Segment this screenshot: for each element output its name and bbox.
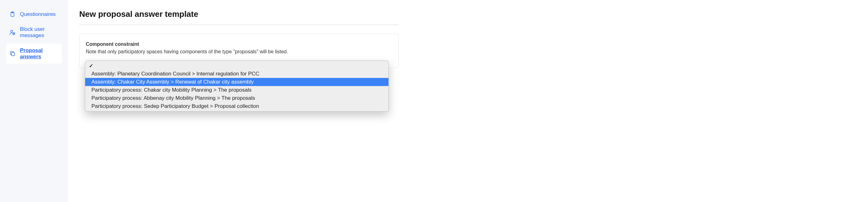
copy-icon xyxy=(9,50,16,57)
dropdown-option[interactable]: Assembly: Chakar City Assembly > Renewal… xyxy=(85,78,389,86)
sidebar-item-label: Proposal answers xyxy=(20,47,59,60)
dropdown-option[interactable]: Assembly: Planetary Coordination Council… xyxy=(85,70,389,78)
check-icon: ✓ xyxy=(89,63,93,69)
dropdown-option[interactable]: Participatory process: Sedep Participato… xyxy=(85,102,389,110)
sidebar-item-label: Questionnaires xyxy=(20,11,56,18)
component-constraint-dropdown[interactable]: ✓ Assembly: Planetary Coordination Counc… xyxy=(85,61,389,111)
sidebar-item-questionnaires[interactable]: Questionnaires xyxy=(6,7,62,21)
svg-point-2 xyxy=(10,30,13,32)
dropdown-option[interactable]: Participatory process: Chakar city Mobil… xyxy=(85,86,389,94)
dropdown-option[interactable]: Participatory process: Abbenay city Mobi… xyxy=(85,94,389,102)
dropdown-option-label: Participatory process: Abbenay city Mobi… xyxy=(91,95,255,101)
sidebar: Questionnaires Block user messages Pro xyxy=(0,0,68,202)
dropdown-option-label: Assembly: Planetary Coordination Council… xyxy=(91,71,259,77)
component-constraint-note: Note that only participatory spaces havi… xyxy=(86,49,392,55)
right-space xyxy=(479,0,868,202)
dropdown-option-label: Participatory process: Sedep Participato… xyxy=(91,103,259,109)
component-constraint-label: Component constraint xyxy=(86,41,392,47)
clipboard-icon xyxy=(9,11,16,18)
dropdown-option-label: Participatory process: Chakar city Mobil… xyxy=(91,87,251,93)
svg-rect-5 xyxy=(11,53,15,56)
sidebar-item-proposal-answers[interactable]: Proposal answers xyxy=(6,44,62,64)
dropdown-option-empty[interactable]: ✓ xyxy=(85,62,389,70)
user-block-icon xyxy=(9,29,16,36)
sidebar-item-block-user-messages[interactable]: Block user messages xyxy=(6,23,62,42)
page-title: New proposal answer template xyxy=(79,9,399,25)
sidebar-item-label: Block user messages xyxy=(20,26,59,39)
svg-line-4 xyxy=(13,33,15,35)
dropdown-option-label: Assembly: Chakar City Assembly > Renewal… xyxy=(91,79,254,85)
main-content: New proposal answer template Component c… xyxy=(68,0,479,202)
